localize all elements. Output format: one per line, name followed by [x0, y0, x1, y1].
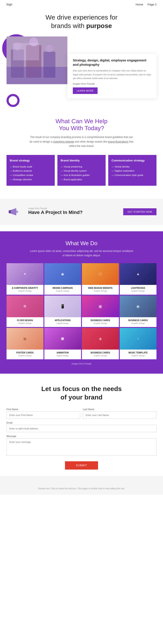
learn-more-button[interactable]: LEARN MORE [73, 88, 98, 94]
grid-item-0[interactable]: ✦ A CORPORATE IDENTITY Graphic Design [7, 263, 44, 295]
grid-item-1[interactable]: ◆ BRAND CAMPAIGN Graphic Design [44, 263, 81, 295]
grid-item-4[interactable]: ❋ FLYER DESIGN Graphic Design [7, 296, 44, 327]
hero-freepik: Images from Freepik [73, 82, 151, 86]
hero-title: We drive experiences for brands with pur… [7, 13, 156, 30]
help-description: The result of our company branding proce… [29, 135, 134, 148]
help-card-2: Communication strategy Verbal identity T… [108, 155, 156, 186]
get-started-button[interactable]: GET STARTED NOW [123, 208, 156, 215]
first-name-group: First Name [7, 408, 80, 419]
hero-image [7, 36, 67, 84]
project-freepik-text: Image from Freepik [28, 207, 117, 210]
what-description: Lorem ipsum dolor sit amet, consectetur … [29, 249, 134, 258]
svg-rect-7 [7, 67, 67, 84]
form-message-row: Message [7, 435, 156, 456]
hero-card-text: Duis aute irure dolor in reprehenderit i… [73, 69, 151, 80]
hero-section: We drive experiences for brands with pur… [0, 9, 163, 107]
grid-item-10[interactable]: ◈ BUSINESS CARDS Graphic Design [82, 328, 119, 359]
what-we-do-section: What We Do Lorem ipsum dolor sit amet, c… [0, 231, 163, 374]
last-name-label: Last Name [83, 408, 156, 410]
images-from-text: Images from Freepik [7, 362, 156, 365]
message-label: Message [7, 435, 156, 438]
grid-item-6[interactable]: ▣ BUSINESS CARDS Graphic Design [82, 296, 119, 327]
grid-item-5[interactable]: 📱 APPLICATIONS Digital Design [44, 296, 81, 327]
hero-circle-outline [7, 94, 20, 107]
email-input[interactable] [7, 425, 156, 432]
help-cards: Brand strategy Brand equity audit Audien… [7, 155, 156, 186]
last-name-group: Last Name [83, 408, 156, 419]
hero-text-box: Strategy, design, digital, employee enga… [67, 54, 156, 98]
grid-row-3: ◼ POSTER CARDS Graphic Design ⬟ ANIMATIO… [7, 328, 156, 359]
svg-rect-8 [13, 43, 39, 60]
svg-rect-10 [9, 210, 11, 213]
hero-content: Strategy, design, digital, employee enga… [7, 36, 156, 98]
project-section: Image from Freepik Have A Project In Min… [0, 199, 163, 225]
project-title: Have A Project In Mind? [28, 210, 117, 215]
first-name-label: First Name [7, 408, 80, 410]
grid-row-1: ✦ A CORPORATE IDENTITY Graphic Design ◆ … [7, 263, 156, 295]
sample-text: Sample text. Click to select the text bo… [7, 487, 156, 490]
grid-item-11[interactable]: ♪ MUSIC TEMPLATE Graphic Design [120, 328, 157, 359]
email-label: Email [7, 422, 156, 424]
svg-point-6 [46, 45, 53, 52]
submit-button[interactable]: SUBMIT [65, 461, 98, 470]
logo: logo [7, 2, 12, 6]
what-title: What We Do [7, 240, 156, 247]
grid-row-2: ❋ FLYER DESIGN Graphic Design 📱 APPLICAT… [7, 296, 156, 327]
nav-home[interactable]: Home [136, 3, 143, 6]
grid-item-7[interactable]: ◉ BUSINESS CARDS Graphic Design [120, 296, 157, 327]
help-title: What Can We Help You With Today? [7, 118, 156, 132]
grid-item-9[interactable]: ⬟ ANIMATION Digital Design [44, 328, 81, 359]
focus-section: Let us focus on the needs of your brand … [0, 374, 163, 476]
first-name-input[interactable] [7, 412, 80, 419]
grid-item-8[interactable]: ◼ POSTER CARDS Graphic Design [7, 328, 44, 359]
grid-item-2[interactable]: ⬡ WEB DESIGN WEBSITE Graphic Design [82, 263, 119, 295]
message-group: Message [7, 435, 156, 456]
contact-form: First Name Last Name Email Message SUBMI… [7, 408, 156, 470]
form-email-row: Email [7, 422, 156, 432]
nav-page3[interactable]: Page 3 [147, 3, 156, 6]
help-section: What Can We Help You With Today? The res… [0, 107, 163, 192]
form-name-row: First Name Last Name [7, 408, 156, 419]
footer: Sample text. Click to select the text bo… [0, 476, 163, 495]
hero-card-title: Strategy, design, digital, employee enga… [73, 58, 151, 66]
help-card-1: Brand Identity Visual positioning Visual… [57, 155, 106, 186]
svg-point-11 [16, 210, 18, 213]
project-text: Image from Freepik Have A Project In Min… [28, 207, 117, 216]
email-group: Email [7, 422, 156, 432]
nav-links: Home Page 3 [136, 3, 156, 6]
focus-title: Let us focus on the needs of your brand [7, 384, 156, 402]
navbar: logo Home Page 3 [0, 0, 163, 9]
hero-image-wrap [7, 36, 74, 98]
grid-item-3[interactable]: ▲ LIGHTBOXES Graphic Design [120, 263, 157, 295]
project-icon [7, 204, 22, 219]
last-name-input[interactable] [83, 412, 156, 419]
help-card-0: Brand strategy Brand equity audit Audien… [7, 155, 55, 186]
message-textarea[interactable] [7, 438, 156, 456]
